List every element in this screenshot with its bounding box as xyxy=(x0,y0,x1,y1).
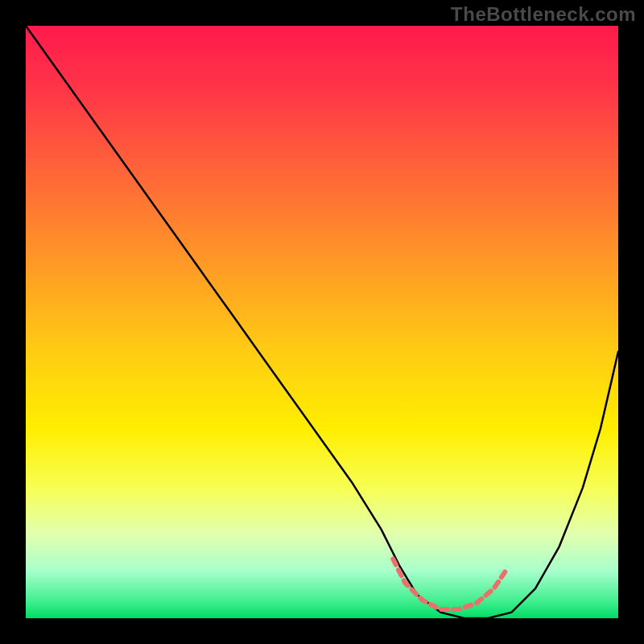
plot-background xyxy=(26,26,618,618)
bottleneck-chart xyxy=(0,0,644,644)
watermark-text: TheBottleneck.com xyxy=(451,3,636,26)
chart-frame: TheBottleneck.com xyxy=(0,0,644,644)
